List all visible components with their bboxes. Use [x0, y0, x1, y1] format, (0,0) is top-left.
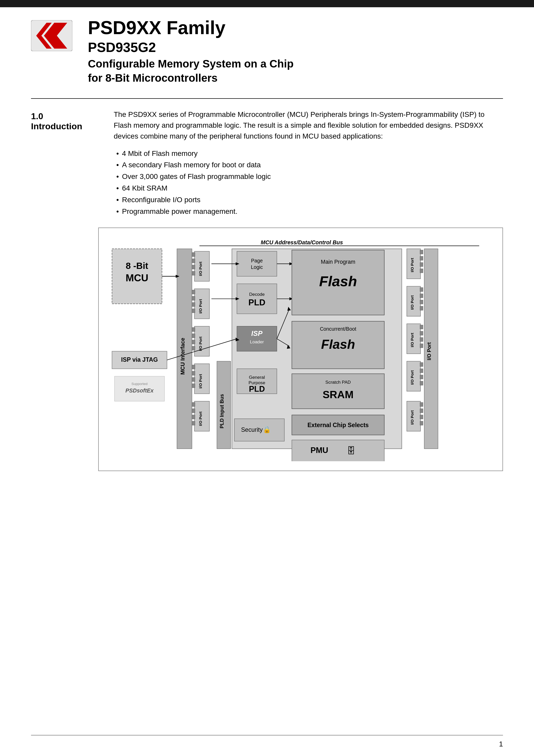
svg-rect-14	[192, 271, 195, 275]
svg-rect-32	[192, 409, 195, 413]
page-logic-label2: Logic	[251, 264, 263, 270]
svg-rect-19	[192, 309, 195, 313]
svg-rect-27	[192, 371, 195, 375]
list-item: Programmable power management.	[114, 206, 503, 217]
section-body: The PSD9XX series of Programmable Microc…	[114, 109, 503, 217]
svg-rect-17	[192, 296, 195, 300]
svg-rect-31	[192, 403, 195, 406]
svg-rect-72	[420, 369, 423, 373]
section-number: 1.0	[31, 111, 98, 121]
pmu-icon: 🗄	[347, 446, 356, 456]
svg-rect-66	[420, 325, 423, 329]
mcu-label-8bit: 8 -Bit	[126, 261, 148, 271]
loader-label: Loader	[250, 339, 264, 344]
product-desc-line1: Configurable Memory System on a Chip	[88, 58, 294, 70]
svg-rect-11	[192, 253, 195, 256]
io-port-right-3: I/O Port	[410, 333, 414, 347]
svg-rect-22	[192, 334, 195, 338]
svg-rect-26	[192, 365, 195, 369]
svg-rect-78	[420, 415, 423, 419]
ext-chip-selects-label: External Chip Selects	[307, 422, 369, 429]
page-number: 1	[499, 740, 503, 748]
io-port-right-1: I/O Port	[410, 258, 414, 273]
svg-rect-33	[192, 415, 195, 419]
svg-rect-71	[420, 363, 423, 366]
pmu-label: PMU	[310, 446, 328, 455]
logo-area	[31, 20, 72, 52]
svg-rect-12	[192, 259, 195, 263]
intro-paragraph: The PSD9XX series of Programmable Microc…	[114, 109, 503, 142]
svg-rect-29	[192, 384, 195, 388]
io-port-left-4: I/O Port	[198, 374, 203, 389]
st-logo	[31, 20, 72, 51]
list-item: Reconfigurable I/O ports	[114, 194, 503, 206]
isp-label: ISP	[251, 330, 263, 338]
section-title: Introduction	[31, 121, 98, 131]
svg-rect-37	[237, 251, 277, 276]
io-port-left-3: I/O Port	[198, 337, 203, 351]
section-label: 1.0 Introduction	[31, 109, 98, 217]
io-port-right-2: I/O Port	[410, 296, 414, 310]
bullet-list: 4 Mbit of Flash memory A secondary Flash…	[114, 148, 503, 217]
svg-rect-64	[420, 306, 423, 310]
isp-jtag-label: ISP via JTAG	[121, 356, 158, 363]
svg-rect-76	[420, 403, 423, 406]
block-diagram: MCU Address/Data/Control Bus 8 -Bit MCU …	[98, 228, 503, 471]
product-desc-line2: for 8-Bit Microcontrollers	[88, 72, 218, 84]
io-port-left-2: I/O Port	[198, 299, 203, 313]
page-logic-label1: Page	[251, 258, 263, 263]
main-content: 1.0 Introduction The PSD9XX series of Pr…	[0, 99, 534, 217]
io-port-left-1: I/O Port	[198, 262, 203, 276]
mcu-interface-label: MCU Interface	[180, 338, 186, 375]
pld-decode-label: PLD	[248, 298, 265, 307]
svg-rect-16	[192, 290, 195, 294]
main-program-label: Main Program	[321, 259, 355, 265]
product-desc: Configurable Memory System on a Chip for…	[88, 57, 503, 85]
svg-rect-73	[420, 375, 423, 379]
svg-rect-28	[192, 377, 195, 381]
svg-rect-68	[420, 338, 423, 341]
svg-rect-34	[192, 421, 195, 425]
svg-rect-79	[420, 421, 423, 425]
svg-rect-58	[420, 263, 423, 267]
svg-rect-69	[420, 344, 423, 348]
svg-rect-57	[420, 256, 423, 260]
header-bar	[0, 0, 534, 7]
supported-label: Supported	[131, 382, 147, 386]
main-flash-label: Flash	[319, 273, 357, 289]
lock-icon: 🔒	[263, 425, 271, 434]
io-port-right-4: I/O Port	[410, 370, 414, 385]
product-family: PSD9XX Family	[88, 17, 503, 38]
bus-label: MCU Address/Data/Control Bus	[261, 239, 343, 246]
footer-line	[31, 735, 503, 735]
boot-flash-label: Flash	[321, 337, 355, 352]
io-port-right-5: I/O Port	[410, 410, 414, 425]
io-port-outer-label: I/O Port	[426, 342, 432, 360]
security-label: Security	[241, 426, 263, 433]
svg-rect-13	[192, 265, 195, 269]
list-item: 4 Mbit of Flash memory	[114, 148, 503, 159]
header-content: PSD9XX Family PSD935G2 Configurable Memo…	[0, 7, 534, 85]
psd-soft-label: PSDsoftEx	[125, 388, 154, 394]
scratch-pad-label: Scratch PAD	[325, 380, 351, 385]
svg-rect-18	[192, 303, 195, 306]
svg-rect-67	[420, 332, 423, 335]
general-purpose-label1: General	[249, 375, 265, 380]
svg-rect-24	[192, 346, 195, 350]
svg-rect-23	[192, 340, 195, 344]
list-item: 64 Kbit SRAM	[114, 182, 503, 194]
footer-page-number: 1	[499, 740, 503, 748]
pld-input-bus-label: PLD Input Bus	[219, 394, 225, 428]
svg-rect-77	[420, 409, 423, 413]
svg-rect-63	[420, 300, 423, 304]
svg-rect-61	[420, 287, 423, 291]
svg-rect-59	[420, 269, 423, 273]
list-item: Over 3,000 gates of Flash programmable l…	[114, 171, 503, 182]
svg-rect-21	[192, 328, 195, 332]
mcu-label-mcu: MCU	[126, 272, 148, 284]
sram-label: SRAM	[323, 389, 353, 401]
pld-gp-label: PLD	[249, 385, 265, 393]
decode-label: Decode	[249, 292, 265, 297]
product-model: PSD935G2	[88, 40, 503, 55]
svg-rect-74	[420, 381, 423, 385]
